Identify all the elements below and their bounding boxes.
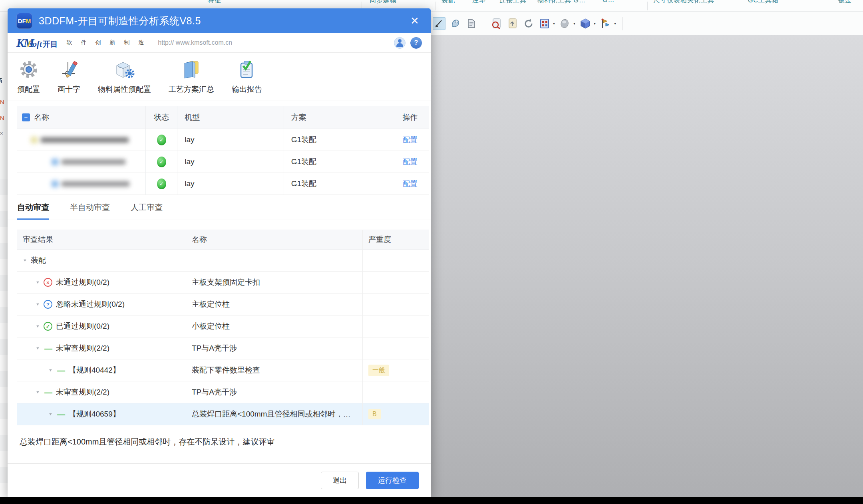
- redacted-name: [52, 159, 125, 165]
- folder-doc-icon: [181, 59, 202, 81]
- caret-icon[interactable]: ▼: [48, 368, 53, 372]
- tree-row[interactable]: ▼ × 未通过规则(0/2) 主板支架预固定卡扣: [17, 272, 429, 294]
- col-status: 状态: [145, 106, 177, 129]
- ribbon-tab[interactable]: GC工具箱: [748, 0, 779, 5]
- ribbon-tab[interactable]: G…: [603, 0, 614, 4]
- ribbon-separator: [435, 2, 436, 10]
- question-icon: ?: [44, 300, 52, 309]
- model-row[interactable]: ✓ lay G1装配 配置: [17, 173, 429, 195]
- close-icon[interactable]: ✕: [408, 14, 422, 28]
- ribbon-tab[interactable]: 装配: [441, 0, 455, 5]
- model-row[interactable]: ✓ lay G1装配 配置: [17, 151, 429, 173]
- tree-row[interactable]: ▼ ✓ 已通过规则(0/2) 小板定位柱: [17, 315, 429, 337]
- col-name: 名称: [34, 112, 49, 123]
- tree-row[interactable]: ▼ ? 忽略未通过规则(0/2) 主板定位柱: [17, 294, 429, 315]
- tool-label: 预配置: [17, 84, 40, 95]
- process-summary-button[interactable]: 工艺方案汇总: [169, 59, 214, 95]
- sync-rotate-icon[interactable]: [523, 18, 535, 30]
- caret-icon[interactable]: ▼: [36, 390, 40, 394]
- select-doc-icon[interactable]: [507, 18, 519, 30]
- minus-icon: —: [44, 344, 52, 353]
- review-table: 审查结果 名称 严重度 ▼ 装配 ▼ × 未通过规则(0/2) 主板支架预固定卡…: [17, 230, 429, 425]
- tab-manual-review[interactable]: 人工审查: [131, 202, 163, 220]
- help-icon[interactable]: ?: [410, 37, 422, 49]
- panel-stripes: [0, 179, 8, 497]
- dropdown-caret-icon[interactable]: ▾: [573, 21, 575, 26]
- review-tabs: 自动审查 半自动审查 人工审查: [8, 195, 431, 220]
- brand-slogan: 软 件 创 新 制 造: [67, 39, 147, 46]
- model-row[interactable]: ✓ lay G1装配 配置: [17, 129, 429, 151]
- preconfig-button[interactable]: 预配置: [17, 59, 40, 95]
- ribbon-tab[interactable]: 连接工具: [499, 0, 527, 5]
- surface-icon[interactable]: [449, 18, 461, 30]
- rule-name: 总装焊口距离<100mm且管径相同或相邻时，存在...: [192, 409, 357, 419]
- rule-name: 小板定位柱: [192, 321, 230, 331]
- solid-body-icon[interactable]: [559, 18, 571, 30]
- tree-row[interactable]: ▼ — 【规则40442】 装配下零件数里检查 一般: [17, 359, 429, 381]
- toolbar-separator: [622, 17, 623, 30]
- status-ok-icon: ✓: [157, 157, 166, 167]
- configure-link[interactable]: 配置: [403, 135, 418, 145]
- result-text: 装配: [31, 255, 46, 266]
- review-table-header: 审查结果 名称 严重度: [17, 230, 429, 250]
- measure-flag-icon[interactable]: [600, 18, 612, 30]
- ribbon-tab[interactable]: 钣金: [838, 0, 852, 5]
- dropdown-caret-icon[interactable]: ▾: [614, 21, 616, 26]
- configure-link[interactable]: 配置: [403, 157, 418, 167]
- ribbon-tab[interactable]: 注塑: [472, 0, 486, 5]
- draw-cross-button[interactable]: 画十字: [58, 59, 80, 95]
- inspect-doc-icon[interactable]: [491, 18, 503, 30]
- gear-icon: [19, 59, 39, 81]
- ribbon-tab[interactable]: 特征: [208, 0, 221, 5]
- dropdown-caret-icon[interactable]: ▾: [594, 21, 596, 26]
- grid-parts-icon[interactable]: [539, 18, 551, 30]
- col-machine: 机型: [177, 106, 284, 129]
- caret-icon[interactable]: ▼: [36, 324, 40, 328]
- ribbon-tab[interactable]: 尺寸仪表相关化工具: [653, 0, 714, 5]
- dfm-logo-icon: DFM: [16, 13, 32, 29]
- col-severity: 严重度: [362, 230, 429, 249]
- tab-semi-auto-review[interactable]: 半自动审查: [70, 202, 110, 220]
- tool-label: 物料属性预配置: [98, 84, 151, 95]
- output-report-button[interactable]: 输出报告: [232, 59, 262, 95]
- tab-auto-review[interactable]: 自动审查: [17, 202, 49, 220]
- dialog-title-bar[interactable]: DFM 3DDFM-开目可制造性分析系统V8.5 ✕: [8, 8, 431, 33]
- tree-row[interactable]: ▼ — 未审查规则(2/2) TP与A壳干涉: [17, 337, 429, 359]
- ribbon-tab[interactable]: 同步建模: [370, 0, 397, 5]
- select-all-checkbox[interactable]: −: [22, 113, 30, 121]
- plan-cell: G1装配: [284, 173, 391, 194]
- col-plan: 方案: [284, 106, 391, 129]
- run-check-button[interactable]: 运行检查: [366, 472, 419, 489]
- cube-icon[interactable]: [579, 18, 591, 30]
- configure-link[interactable]: 配置: [403, 179, 418, 189]
- tree-row-selected[interactable]: ▼ — 【规则40659】 总装焊口距离<100mm且管径相同或相邻时，存在..…: [17, 403, 429, 425]
- tree-item-fragment: SN: [0, 115, 4, 121]
- dialog-footer: 退出 运行检查: [8, 463, 431, 497]
- result-text: 未通过规则(0/2): [56, 277, 109, 288]
- sketch-edit-icon[interactable]: [433, 17, 445, 30]
- caret-icon[interactable]: ▼: [36, 280, 40, 284]
- dialog-title: 3DDFM-开目可制造性分析系统V8.5: [39, 14, 408, 28]
- book-icon[interactable]: [465, 18, 477, 30]
- kmsoft-logo-cn: 开目: [43, 39, 58, 50]
- tree-item-fragment: ) ×: [0, 130, 3, 137]
- brand-url: http:// www.kmsoft.com.cn: [158, 39, 389, 46]
- rule-name: 装配下零件数里检查: [192, 365, 260, 375]
- caret-icon[interactable]: ▼: [23, 258, 27, 262]
- caret-icon[interactable]: ▼: [36, 302, 40, 306]
- dropdown-caret-icon[interactable]: ▾: [553, 21, 555, 26]
- tree-row[interactable]: ▼ — 未审查规则(2/2) TP与A壳干涉: [17, 381, 429, 403]
- user-icon[interactable]: [394, 37, 406, 49]
- tool-label: 输出报告: [232, 84, 262, 95]
- material-preconfig-button[interactable]: 物料属性预配置: [98, 59, 151, 95]
- ribbon-tab[interactable]: 物料化工具 G…: [537, 0, 586, 5]
- brand-row: KM / Soft 开目 软 件 创 新 制 造 http:// www.kms…: [8, 33, 431, 53]
- caret-icon[interactable]: ▼: [36, 346, 40, 350]
- tree-row[interactable]: ▼ 装配: [17, 250, 429, 272]
- rule-name: 主板支架预固定卡扣: [192, 277, 260, 288]
- rule-name: TP与A壳干涉: [192, 387, 237, 397]
- exit-button[interactable]: 退出: [321, 472, 359, 489]
- fail-icon: ×: [44, 278, 52, 287]
- redacted-name: [52, 181, 129, 187]
- caret-icon[interactable]: ▼: [48, 412, 53, 416]
